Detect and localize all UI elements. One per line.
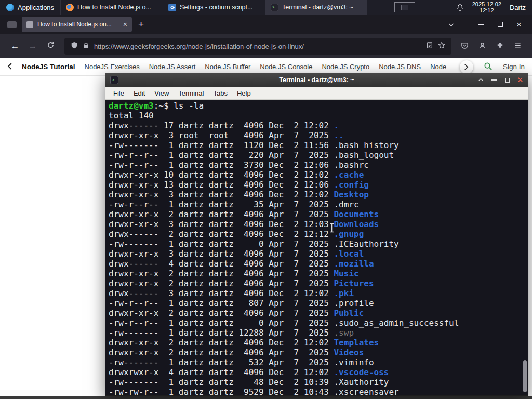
applications-menu[interactable]: Applications bbox=[0, 0, 60, 15]
file-name: .. bbox=[334, 130, 343, 140]
terminal-line: drwxr-xr-x 2 dartz dartz 4096 Dec 2 12:0… bbox=[109, 338, 525, 348]
taskbar-window-title: Settings - codium script... bbox=[180, 4, 252, 11]
terminal-line: drwxr-xr-x 2 dartz dartz 4096 Apr 7 2025… bbox=[109, 308, 525, 318]
file-meta: -rw------- 1 dartz dartz 0 Apr 7 2025 bbox=[109, 239, 334, 249]
file-name: Downloads bbox=[334, 219, 379, 229]
terminal-title-bar[interactable]: Terminal - dartz@vm3: ~ >_ bbox=[105, 73, 528, 87]
taskbar-window-terminal[interactable]: >_ Terminal - dartz@vm3: ~ bbox=[265, 0, 367, 15]
file-name: .xscreensaver bbox=[334, 387, 398, 395]
file-meta: -rw-rw-r-- 1 dartz dartz 9529 Dec 2 10:4… bbox=[109, 387, 334, 395]
window-maximize-button[interactable] bbox=[498, 22, 503, 27]
back-button[interactable]: ← bbox=[6, 41, 24, 51]
hamburger-menu-icon[interactable] bbox=[514, 42, 522, 51]
terminal-window-controls bbox=[478, 75, 523, 85]
taskbar-window-title: How to Install Node.js o... bbox=[77, 4, 151, 11]
chevron-left-icon[interactable] bbox=[7, 63, 12, 71]
terminal-line: drwx------ 2 dartz dartz 4096 Dec 2 12:1… bbox=[109, 229, 525, 239]
terminal-menu-item[interactable]: View bbox=[150, 89, 174, 97]
terminal-line: drwxr-xr-x 3 dartz dartz 4096 Dec 2 12:0… bbox=[109, 219, 525, 229]
prompt-suffix: :~$ bbox=[154, 101, 174, 111]
notifications-bell-icon[interactable] bbox=[456, 4, 464, 11]
terminal-scrollbar-thumb[interactable] bbox=[523, 360, 527, 392]
toolbar-actions bbox=[457, 42, 526, 51]
terminal-output[interactable]: dartz@vm3:~$ ls -la total 140 drwx------… bbox=[105, 100, 528, 395]
terminal-menu-item[interactable]: Terminal bbox=[174, 89, 208, 97]
search-icon[interactable] bbox=[484, 62, 493, 72]
terminal-icon: >_ bbox=[271, 4, 278, 11]
file-name: .ICEauthority bbox=[334, 239, 398, 249]
site-nav-link[interactable]: Node.JS Crypto bbox=[322, 63, 369, 71]
chevron-right-icon[interactable] bbox=[460, 60, 473, 74]
site-nav-actions: Sign In bbox=[460, 60, 525, 74]
terminal-maximize-button[interactable] bbox=[505, 78, 510, 83]
site-nav-link[interactable]: NodeJS Exercises bbox=[85, 63, 140, 71]
terminal-menu-item[interactable]: Edit bbox=[129, 89, 150, 97]
taskbar-window-settings[interactable]: Settings - codium script... bbox=[163, 0, 265, 15]
file-name: .pki bbox=[334, 288, 354, 298]
url-text[interactable]: https://www.geeksforgeeks.org/node-js/in… bbox=[94, 43, 421, 50]
clock-date: 2025-12-02 bbox=[472, 1, 501, 8]
workspace-window-thumb bbox=[401, 5, 408, 10]
file-name: .bash_logout bbox=[334, 150, 394, 160]
mouse-cursor-ibeam bbox=[329, 223, 335, 235]
file-name: Music bbox=[334, 269, 358, 278]
file-name: .gnupg bbox=[334, 229, 364, 239]
file-name: .mozilla bbox=[334, 259, 374, 269]
file-meta: drwxr-xr-x 2 dartz dartz 4096 Apr 7 2025 bbox=[109, 269, 334, 278]
site-nav-link[interactable]: Node.JS Buffer bbox=[205, 63, 250, 71]
site-nav-link[interactable]: NodeJS Tutorial bbox=[22, 63, 75, 71]
file-meta: -rw-r--r-- 1 dartz dartz 807 Apr 7 2025 bbox=[109, 298, 334, 308]
terminal-close-button[interactable] bbox=[517, 75, 523, 85]
gear-icon bbox=[168, 4, 176, 11]
taskbar-window-firefox[interactable]: How to Install Node.js o... bbox=[60, 0, 163, 15]
tracking-shield-icon[interactable] bbox=[71, 42, 78, 51]
site-nav-link[interactable]: Node.JS Console bbox=[260, 63, 312, 71]
file-name: .cache bbox=[334, 170, 364, 180]
sign-in-button[interactable]: Sign In bbox=[503, 63, 525, 71]
terminal-menu-item[interactable]: Help bbox=[232, 89, 256, 97]
site-nav-link[interactable]: Node bbox=[430, 63, 446, 71]
file-name: .swp bbox=[334, 328, 354, 338]
terminal-menu-item[interactable]: File bbox=[109, 89, 129, 97]
list-all-tabs-icon[interactable] bbox=[448, 21, 455, 28]
terminal-line: drwxr-xr-x 2 dartz dartz 4096 Apr 7 2025… bbox=[109, 348, 525, 357]
terminal-window: Terminal - dartz@vm3: ~ >_ FileEditViewT… bbox=[105, 73, 528, 396]
window-close-button[interactable]: × bbox=[516, 20, 522, 29]
file-meta: -rw------- 1 dartz dartz 12288 Apr 7 202… bbox=[109, 328, 334, 338]
reader-mode-icon[interactable] bbox=[426, 42, 433, 51]
total-line: total 140 bbox=[109, 111, 525, 121]
pocket-icon[interactable] bbox=[461, 42, 469, 51]
terminal-line: drwx------ 3 dartz dartz 4096 Dec 2 12:0… bbox=[109, 288, 525, 298]
account-icon[interactable] bbox=[478, 42, 486, 51]
browser-tab-active[interactable]: How to Install Node.js on... × bbox=[22, 17, 132, 32]
firefox-view-icon[interactable] bbox=[7, 21, 17, 28]
terminal-line: drwxr-xr-x 3 dartz dartz 4096 Dec 2 12:0… bbox=[109, 190, 525, 200]
site-nav-link[interactable]: Node.JS DNS bbox=[379, 63, 421, 71]
file-meta: drwxr-xr-x 2 dartz dartz 4096 Dec 2 12:0… bbox=[109, 338, 334, 348]
forward-button[interactable]: → bbox=[24, 41, 42, 51]
reload-button[interactable] bbox=[42, 41, 59, 51]
workspace-pager[interactable] bbox=[394, 2, 415, 12]
url-bar[interactable]: https://www.geeksforgeeks.org/node-js/in… bbox=[64, 38, 451, 55]
extensions-puzzle-icon[interactable] bbox=[496, 42, 504, 51]
window-minimize-button[interactable] bbox=[478, 24, 484, 25]
file-name: . bbox=[334, 121, 339, 130]
tab-close-icon[interactable]: × bbox=[123, 21, 127, 28]
file-name: .profile bbox=[334, 298, 374, 308]
shade-up-icon[interactable] bbox=[478, 75, 484, 85]
terminal-line: -rw------- 1 dartz dartz 0 Apr 7 2025 .I… bbox=[109, 239, 525, 249]
browser-tab-bar: How to Install Node.js on... × + × bbox=[0, 15, 532, 34]
terminal-minimize-button[interactable] bbox=[491, 79, 497, 81]
terminal-icon: >_ bbox=[110, 76, 118, 84]
file-meta: drwxr-xr-x 10 dartz dartz 4096 Dec 2 12:… bbox=[109, 170, 334, 180]
file-meta: drwx------ 4 dartz dartz 4096 Apr 7 2025 bbox=[109, 259, 334, 269]
panel-clock[interactable]: 2025-12-02 12:12 bbox=[472, 1, 501, 14]
new-tab-button[interactable]: + bbox=[132, 19, 150, 30]
site-nav-link[interactable]: Node.JS Assert bbox=[149, 63, 196, 71]
file-name: .sudo_as_admin_successful bbox=[334, 318, 459, 328]
bookmark-star-icon[interactable] bbox=[438, 42, 445, 51]
file-name: .bash_history bbox=[334, 140, 398, 150]
terminal-menu-bar: FileEditViewTerminalTabsHelp bbox=[105, 87, 528, 100]
terminal-menu-item[interactable]: Tabs bbox=[208, 89, 232, 97]
padlock-icon[interactable] bbox=[83, 42, 89, 51]
